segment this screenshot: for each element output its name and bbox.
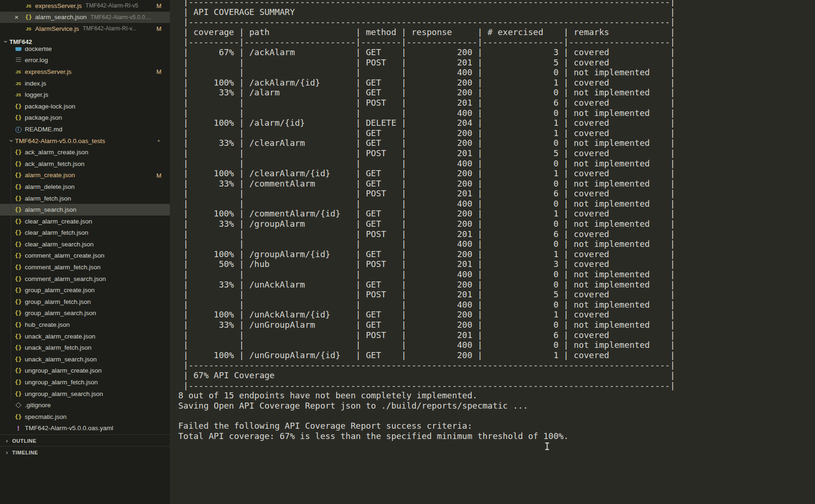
file-row-expressServer.js[interactable]: JSexpressServer.jsM: [0, 66, 170, 78]
json-file-icon: {}: [14, 298, 22, 305]
file-row-index.js[interactable]: JSindex.js: [0, 78, 170, 89]
json-file-icon: {}: [14, 264, 22, 271]
sidebar-section-tmf642[interactable]: › TMF642: [0, 36, 170, 47]
file-name: TMF642-Alarm-v5.0.0.oas_tests: [15, 137, 105, 144]
json-file-icon: {}: [14, 390, 22, 397]
file-row-unack_alarm_fetch.json[interactable]: {}unack_alarm_fetch.json: [0, 342, 170, 353]
file-name: alarm_delete.json: [25, 183, 75, 190]
modified-badge: M: [156, 25, 161, 32]
file-row-group_alarm_search.json[interactable]: {}group_alarm_search.json: [0, 308, 170, 319]
file-row-group_alarm_create.json[interactable]: {}group_alarm_create.json: [0, 284, 170, 296]
file-row-unack_alarm_search.json[interactable]: {}unack_alarm_search.json: [0, 353, 170, 365]
file-row-package-lock.json[interactable]: {}package-lock.json: [0, 101, 170, 112]
file-name: clear_alarm_search.json: [25, 241, 94, 248]
file-name: .gitignore: [25, 402, 51, 409]
file-row-group_alarm_fetch.json[interactable]: {}group_alarm_fetch.json: [0, 296, 170, 308]
indent-guide: [11, 319, 11, 331]
indent-guide: [11, 170, 11, 181]
chevron-down-icon: ›: [8, 137, 15, 144]
file-name: README.md: [25, 126, 62, 133]
js-file-icon: JS: [14, 81, 22, 86]
file-tree: dockerfileerror.logJSexpressServer.jsMJS…: [0, 43, 170, 434]
sidebar-section-timeline[interactable]: › TIMELINE: [0, 446, 170, 458]
file-row-README.md[interactable]: README.md: [0, 123, 170, 135]
indent-guide: [11, 238, 11, 250]
json-file-icon: {}: [14, 206, 22, 213]
file-row-alarm_fetch.json[interactable]: {}alarm_fetch.json: [0, 193, 170, 204]
file-row-ungroup_alarm_create.json[interactable]: {}ungroup_alarm_create.json: [0, 365, 170, 377]
terminal-panel[interactable]: |---------------------------------------…: [170, 0, 815, 504]
json-file-icon: {}: [14, 379, 22, 386]
file-name: unack_alarm_create.json: [25, 333, 95, 340]
json-file-icon: {}: [14, 114, 22, 121]
file-name: alarm_create.json: [25, 172, 75, 179]
json-file-icon: {}: [14, 252, 22, 259]
file-name: clear_alarm_fetch.json: [25, 229, 88, 236]
indent-guide: [11, 158, 11, 170]
file-row-ungroup_alarm_search.json[interactable]: {}ungroup_alarm_search.json: [0, 388, 170, 400]
file-row-clear_alarm_search.json[interactable]: {}clear_alarm_search.json: [0, 238, 170, 250]
file-name: ungroup_alarm_fetch.json: [25, 379, 98, 386]
file-name: ungroup_alarm_search.json: [25, 390, 103, 397]
terminal-output[interactable]: |---------------------------------------…: [170, 0, 815, 441]
file-row-alarm_delete.json[interactable]: {}alarm_delete.json: [0, 181, 170, 193]
file-name: comment_alarm_create.json: [25, 252, 104, 259]
indent-guide: [11, 146, 11, 158]
json-file-icon: {}: [14, 287, 22, 294]
file-row-TMF642-Alarm-v5.0.0.oas.yaml[interactable]: !TMF642-Alarm-v5.0.0.oas.yaml: [0, 423, 170, 434]
file-row-clear_alarm_create.json[interactable]: {}clear_alarm_create.json: [0, 216, 170, 227]
file-row-ack_alarm_fetch.json[interactable]: {}ack_alarm_fetch.json: [0, 158, 170, 170]
indent-guide: [11, 353, 11, 365]
json-file-icon: {}: [14, 275, 22, 282]
file-row-ack_alarm_create.json[interactable]: {}ack_alarm_create.json: [0, 146, 170, 158]
open-editor-expressServer.js[interactable]: JSexpressServer.jsTMF642-Alarm-RI-v5M: [0, 0, 170, 12]
js-file-icon: JS: [24, 26, 33, 31]
file-row-.gitignore[interactable]: .gitignore: [0, 399, 170, 411]
file-row-specmatic.json[interactable]: {}specmatic.json: [0, 411, 170, 423]
sidebar-section-outline[interactable]: › OUTLINE: [0, 434, 170, 446]
file-row-comment_alarm_fetch.json[interactable]: {}comment_alarm_fetch.json: [0, 261, 170, 273]
indent-guide: [11, 193, 11, 204]
explorer-sidebar: JSexpressServer.jsTMF642-Alarm-RI-v5M×{}…: [0, 0, 170, 504]
file-row-comment_alarm_create.json[interactable]: {}comment_alarm_create.json: [0, 250, 170, 262]
js-file-icon: JS: [14, 92, 22, 97]
indent-guide: [11, 204, 11, 216]
editor-file-name: AlarmService.js: [35, 25, 79, 32]
file-row-error.log[interactable]: error.log: [0, 55, 170, 66]
indent-guide: [11, 250, 11, 262]
indent-guide: [11, 273, 11, 285]
file-name: index.js: [25, 80, 46, 87]
file-row-hub_create.json[interactable]: {}hub_create.json: [0, 319, 170, 331]
editor-file-name: alarm_search.json: [35, 14, 87, 21]
file-row-comment_alarm_search.json[interactable]: {}comment_alarm_search.json: [0, 273, 170, 285]
open-editor-alarm_search.json[interactable]: ×{}alarm_search.jsonTMF642-Alarm-v5.0.0.…: [0, 12, 170, 23]
json-file-icon: {}: [14, 356, 22, 363]
json-file-icon: {}: [14, 195, 22, 202]
json-file-icon: {}: [14, 321, 22, 328]
indent-guide: [11, 331, 11, 342]
file-row-clear_alarm_fetch.json[interactable]: {}clear_alarm_fetch.json: [0, 227, 170, 239]
file-name: ack_alarm_fetch.json: [25, 160, 85, 167]
section-label: TMF642: [9, 38, 32, 45]
file-row-package.json[interactable]: {}package.json: [0, 112, 170, 124]
timeline-label: TIMELINE: [12, 450, 38, 455]
file-row-unack_alarm_create.json[interactable]: {}unack_alarm_create.json: [0, 331, 170, 342]
close-icon[interactable]: ×: [15, 14, 24, 21]
file-row-alarm_create.json[interactable]: {}alarm_create.jsonM: [0, 170, 170, 181]
file-row-logger.js[interactable]: JSlogger.js: [0, 89, 170, 101]
file-name: error.log: [25, 57, 48, 64]
modified-badge: M: [156, 2, 161, 9]
file-row-alarm_search.json[interactable]: {}alarm_search.json: [0, 204, 170, 216]
info-file-icon: [14, 125, 22, 133]
folder-row-TMF642-Alarm-v5.0.0.oas_tests[interactable]: ›TMF642-Alarm-v5.0.0.oas_tests●: [0, 135, 170, 147]
indent-guide: [11, 296, 11, 308]
open-editor-AlarmService.js[interactable]: JSAlarmService.jsTMF642-Alarm-RI-v...M: [0, 23, 170, 35]
outline-label: OUTLINE: [12, 438, 36, 444]
file-row-ungroup_alarm_fetch.json[interactable]: {}ungroup_alarm_fetch.json: [0, 376, 170, 388]
file-name: ungroup_alarm_create.json: [25, 367, 102, 374]
json-file-icon: {}: [14, 103, 22, 110]
warn-file-icon: !: [14, 425, 22, 432]
file-name: logger.js: [25, 91, 48, 98]
file-name: group_alarm_search.json: [25, 310, 96, 317]
indent-guide: [11, 342, 11, 353]
